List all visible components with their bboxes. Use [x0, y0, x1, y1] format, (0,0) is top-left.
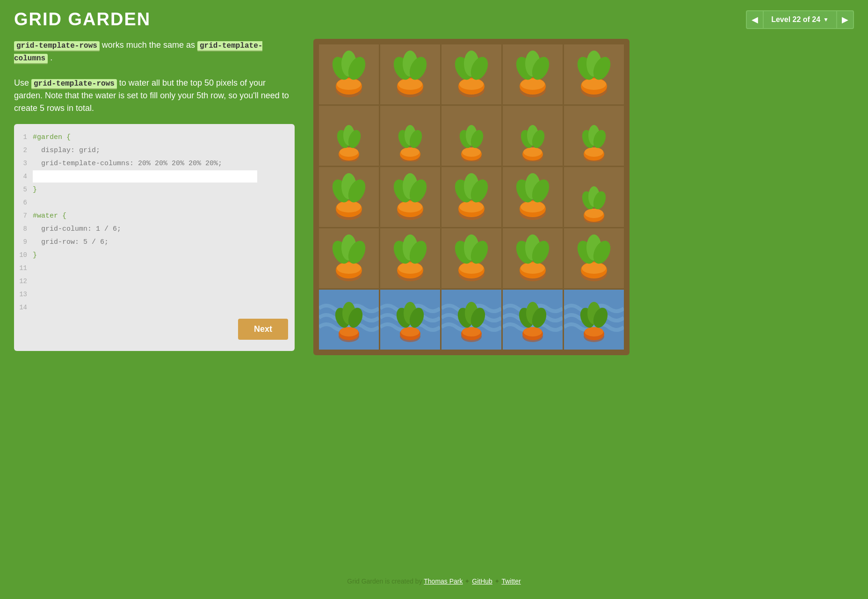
carrot-plant-svg: [573, 49, 615, 100]
description-line1: grid-template-rows works much the same a…: [14, 39, 295, 64]
code-line-2: 2 display: grid;: [14, 144, 295, 157]
dropdown-arrow-icon: ▼: [823, 16, 829, 23]
carrot-plant-svg: [450, 171, 492, 223]
carrot-plant-svg: [389, 233, 431, 284]
line-num-9: 9: [14, 238, 33, 246]
garden-cell-2-5: [564, 106, 624, 166]
garden-cell-1-1: [319, 44, 379, 104]
right-panel: [313, 39, 631, 355]
line-content-5: }: [33, 186, 37, 194]
carrot-water-svg: [330, 296, 368, 343]
description-period: .: [50, 53, 52, 62]
code-line-13: 13: [14, 288, 295, 301]
footer: Grid Garden is created by Thomas Park ✦ …: [0, 577, 868, 585]
code-line-14: 14: [14, 301, 295, 314]
line-num-8: 8: [14, 225, 33, 233]
garden-cell-2-2: [380, 106, 440, 166]
svg-point-8: [398, 79, 422, 90]
footer-sep1: ✦: [464, 577, 472, 585]
garden-cell-5-2: [380, 290, 440, 350]
code-line-4: 4: [14, 170, 295, 183]
garden-cell-2-3: [441, 106, 501, 166]
svg-point-62: [337, 201, 361, 212]
garden-cell-4-2: [380, 228, 440, 288]
svg-point-44: [462, 147, 481, 157]
svg-point-146: [585, 327, 603, 336]
code-editor: 1 #garden { 2 display: grid; 3 grid-temp…: [14, 124, 295, 351]
garden-cell-3-5: [564, 167, 624, 227]
line-content-7: #water {: [33, 212, 66, 220]
garden-cell-3-2: [380, 167, 440, 227]
svg-point-86: [585, 209, 603, 218]
carrot-plant-svg: [512, 110, 554, 161]
code-line-8: 8 grid-column: 1 / 6;: [14, 222, 295, 235]
line-num-13: 13: [14, 291, 33, 298]
svg-point-74: [459, 201, 484, 212]
garden-cell-4-4: [503, 228, 563, 288]
line-content-2: display: grid;: [33, 146, 100, 154]
carrot-water-svg: [514, 296, 551, 343]
carrot-water-svg: [391, 296, 429, 343]
svg-point-2: [337, 79, 361, 90]
carrot-plant-svg: [450, 233, 492, 284]
line-content-1: #garden {: [33, 133, 71, 141]
carrot-plant-svg: [573, 171, 615, 223]
code-line-9: 9 grid-row: 5 / 6;: [14, 235, 295, 248]
carrot-plant-svg: [573, 110, 615, 161]
garden-cell-5-4: [503, 290, 563, 350]
carrot-water-svg: [575, 296, 613, 343]
svg-point-98: [398, 263, 422, 274]
code-line-1: 1 #garden {: [14, 131, 295, 144]
keyword-grid-template-rows-2: grid-template-rows: [31, 79, 117, 89]
line-num-14: 14: [14, 304, 33, 311]
code-line-5: 5 }: [14, 183, 295, 196]
carrot-plant-svg: [389, 171, 431, 223]
line-content-8: grid-column: 1 / 6;: [33, 225, 121, 233]
line-num-10: 10: [14, 251, 33, 259]
code-line-12: 12: [14, 275, 295, 288]
header: GRID GARDEN ◀ Level 22 of 24 ▼ ▶: [0, 0, 868, 39]
garden-cell-4-3: [441, 228, 501, 288]
prev-level-button[interactable]: ◀: [746, 10, 764, 29]
garden-cell-2-1: [319, 106, 379, 166]
next-level-button[interactable]: ▶: [836, 10, 854, 29]
svg-point-26: [582, 79, 606, 90]
garden-cell-4-5: [564, 228, 624, 288]
svg-point-134: [462, 327, 481, 336]
carrot-plant-svg: [389, 49, 431, 100]
description-middle: works much the same as: [102, 40, 197, 50]
carrot-plant-svg: [512, 171, 554, 223]
svg-point-14: [459, 79, 484, 90]
description: grid-template-rows works much the same a…: [14, 39, 295, 115]
garden-cell-1-3: [441, 44, 501, 104]
next-button[interactable]: Next: [238, 319, 288, 340]
carrot-plant-svg: [512, 49, 554, 100]
app-title: GRID GARDEN: [14, 9, 151, 29]
garden-cell-5-5: [564, 290, 624, 350]
line-num-5: 5: [14, 186, 33, 193]
svg-point-110: [521, 263, 545, 274]
footer-github-link[interactable]: GitHub: [472, 577, 492, 585]
garden-cell-3-3: [441, 167, 501, 227]
code-line-10: 10 }: [14, 248, 295, 262]
code-line-6: 6: [14, 196, 295, 209]
code-line-11: 11: [14, 262, 295, 275]
level-text: Level 22 of 24: [771, 15, 820, 24]
carrot-plant-svg: [450, 49, 492, 100]
garden-cell-2-4: [503, 106, 563, 166]
svg-point-104: [459, 263, 484, 274]
code-input[interactable]: [33, 170, 257, 183]
line-content-3: grid-template-columns: 20% 20% 20% 20% 2…: [33, 160, 222, 168]
carrot-plant-svg: [328, 171, 370, 223]
footer-twitter-link[interactable]: Twitter: [501, 577, 521, 585]
footer-author-link[interactable]: Thomas Park: [424, 577, 463, 585]
svg-point-20: [521, 79, 545, 90]
description-line2: Use grid-template-rows to water all but …: [14, 77, 295, 115]
carrot-water-svg: [453, 296, 490, 343]
footer-sep2: ✦: [494, 577, 502, 585]
line-num-4: 4: [14, 173, 33, 180]
garden-cell-4-1: [319, 228, 379, 288]
garden-cell-1-4: [503, 44, 563, 104]
garden-cell-1-2: [380, 44, 440, 104]
carrot-plant-svg: [573, 233, 615, 284]
